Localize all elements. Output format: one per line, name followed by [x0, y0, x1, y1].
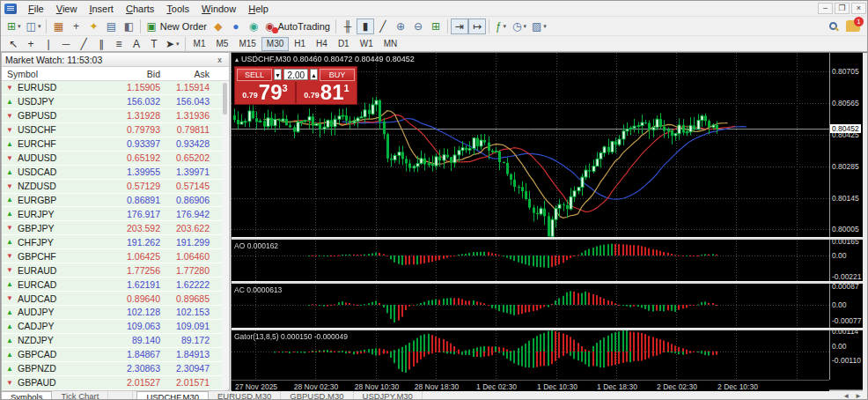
chevron-down-icon[interactable]: ▾ [504, 23, 507, 30]
table-row[interactable]: ▼GBPUSD1.319281.31936 [2, 109, 224, 123]
scrollbar[interactable] [222, 81, 228, 390]
bar-chart-mode-button[interactable]: ╫ [339, 19, 357, 34]
profiles-button[interactable]: ◫▾ [24, 19, 44, 34]
scrollbar-thumb[interactable] [223, 83, 227, 115]
chevron-down-icon[interactable]: ▾ [38, 23, 41, 30]
table-row[interactable]: ▲GBPNZD2.308632.30947 [2, 362, 224, 376]
mql-community-button[interactable]: ● [227, 19, 245, 34]
vertical-line-tool[interactable]: | [40, 36, 57, 52]
templates-button[interactable]: ▨▾ [529, 19, 549, 34]
timeframe-mn[interactable]: MN [379, 37, 403, 51]
scroll-right-icon[interactable]: ► [855, 392, 862, 400]
tab-symbols[interactable]: Symbols [1, 391, 52, 400]
search-icon[interactable] [829, 22, 837, 30]
autotrading-button[interactable]: ◉AutoTrading [262, 19, 333, 34]
column-ask[interactable]: Ask [160, 69, 218, 79]
tile-windows-button[interactable]: ⊞ [427, 19, 445, 34]
auto-scroll-button[interactable]: ⇥ [451, 19, 468, 34]
menu-help[interactable]: Help [242, 2, 275, 16]
trendline-tool[interactable]: ╱ [75, 36, 92, 52]
volume-input[interactable]: 2.00 [283, 69, 308, 80]
timeframe-m30[interactable]: M30 [261, 37, 289, 51]
menu-view[interactable]: View [50, 2, 84, 16]
column-bid[interactable]: Bid [97, 69, 160, 79]
crosshair-tool[interactable]: + [22, 36, 40, 52]
table-row[interactable]: ▲GBPCAD1.848671.84913 [2, 348, 224, 362]
market-watch-toggle-button[interactable]: ▦ [49, 19, 67, 34]
fibonacci-tool[interactable]: ≡ [110, 36, 128, 52]
table-row[interactable]: ▼EURAUD1.772561.77280 [2, 263, 224, 278]
candlestick-mode-button[interactable]: ▮ [357, 19, 374, 34]
table-row[interactable]: ▲CADJPY109.063109.091 [2, 320, 224, 334]
chevron-down-icon[interactable]: ▾ [523, 23, 526, 30]
table-row[interactable]: ▲EURGBP0.868910.86906 [2, 194, 224, 208]
buy-price[interactable]: 0.79811 [297, 82, 357, 103]
table-row[interactable]: ▼GBPJPY203.592203.622 [2, 221, 224, 235]
market-button[interactable]: ◉ [245, 19, 262, 34]
navigator-button[interactable]: ✦ [85, 19, 102, 34]
table-row[interactable]: ▼GBPCHF1.064251.06460 [2, 249, 224, 263]
horizontal-line-tool[interactable]: ─ [57, 36, 75, 52]
line-chart-mode-button[interactable]: ╱ [374, 19, 392, 34]
table-row[interactable]: ▲AUDJPY102.128102.153 [2, 306, 224, 320]
timeframe-h4[interactable]: H4 [311, 37, 333, 51]
close-icon[interactable]: x [214, 56, 225, 64]
table-row[interactable]: ▲EURCAD1.621911.62222 [2, 278, 224, 292]
table-row[interactable]: ▲CHFJPY191.262191.299 [2, 235, 224, 249]
timeframe-m5[interactable]: M5 [210, 37, 233, 51]
table-row[interactable]: ▲EURCHF0.933970.93428 [2, 137, 224, 152]
zoom-in-button[interactable]: ⊕ [392, 19, 409, 34]
table-row[interactable]: ▼EURUSD1.159051.15914 [2, 81, 224, 95]
minimize-icon[interactable]: – [818, 3, 833, 14]
zoom-out-button[interactable]: ⊖ [409, 19, 427, 34]
table-row[interactable]: ▼NZDUSD0.571290.57145 [2, 180, 224, 194]
buy-button[interactable]: BUY [320, 69, 355, 81]
new-chart-button[interactable]: ⊞▾ [4, 19, 24, 34]
chart-shift-button[interactable]: ↦ [468, 19, 486, 34]
menu-window[interactable]: Window [195, 2, 242, 16]
pane-separator[interactable] [232, 237, 868, 240]
chart-tab-usdchf-m30[interactable]: USDCHF,M30 [136, 391, 209, 400]
table-row[interactable]: ▲USDCAD1.399551.39971 [2, 166, 224, 180]
chevron-down-icon[interactable]: ▾ [18, 23, 21, 30]
indicators-button[interactable]: ƒ▾ [492, 19, 510, 34]
table-row[interactable]: ▲EURJPY176.917176.942 [2, 207, 224, 221]
arrows-tool[interactable]: ➤▾ [163, 36, 182, 52]
pane-separator[interactable] [232, 328, 868, 330]
timeframe-m1[interactable]: M1 [188, 37, 211, 51]
metaeditor-button[interactable]: ◆ [210, 19, 227, 34]
chart-tab-gbpusd-m30[interactable]: GBPUSD,M30 [281, 391, 353, 400]
timeframe-w1[interactable]: W1 [355, 37, 379, 51]
table-row[interactable]: ▼GBPAUD2.015272.01571 [2, 376, 224, 390]
volume-decrease-icon[interactable]: ▼ [274, 69, 282, 80]
equidistant-channel-tool[interactable]: ∥ [92, 36, 110, 52]
restore-icon[interactable]: ❐ [835, 3, 850, 14]
sell-price[interactable]: 0.79793 [235, 82, 297, 103]
table-row[interactable]: ▼USDCHF0.797930.79811 [2, 123, 224, 137]
menu-file[interactable]: File [22, 2, 50, 16]
table-row[interactable]: ▼AUDCAD0.896400.89685 [2, 292, 224, 306]
pane-separator[interactable] [232, 281, 868, 284]
menu-charts[interactable]: Charts [120, 2, 160, 16]
data-window-button[interactable]: + [67, 19, 85, 34]
chart-tab-eurusd-m30[interactable]: EURUSD,M30 [209, 391, 281, 400]
chat-icon[interactable]: 1 [846, 20, 860, 32]
timeframe-h1[interactable]: H1 [289, 37, 311, 51]
table-row[interactable]: ▼AUDUSD0.651920.65202 [2, 152, 224, 166]
cursor-tool[interactable]: ↖ [4, 36, 22, 52]
table-row[interactable]: ▲USDJPY156.032156.043 [2, 95, 224, 109]
time-axis[interactable]: 27 Nov 202528 Nov 02:3028 Nov 10:3028 No… [232, 380, 829, 391]
timeframe-m15[interactable]: M15 [233, 37, 261, 51]
timeframe-d1[interactable]: D1 [333, 37, 355, 51]
chevron-down-icon[interactable]: ▾ [543, 23, 547, 30]
scroll-left-icon[interactable]: ◄ [842, 392, 850, 400]
chart-tab-usdjpy-m30[interactable]: USDJPY,M30 [354, 391, 423, 400]
new-order-button[interactable]: ▣New Order [143, 19, 210, 34]
table-row[interactable]: ▲NZDJPY89.14089.172 [2, 334, 224, 348]
price-axis[interactable]: 0.807050.805650.804250.802850.801450.800… [829, 53, 863, 380]
close-icon[interactable]: × [851, 3, 866, 14]
terminal-button[interactable]: ▤ [102, 19, 120, 34]
periods-button[interactable]: ◷▾ [510, 19, 529, 34]
strategy-tester-button[interactable]: ◧ [120, 19, 137, 34]
column-symbol[interactable]: Symbol [2, 69, 97, 79]
